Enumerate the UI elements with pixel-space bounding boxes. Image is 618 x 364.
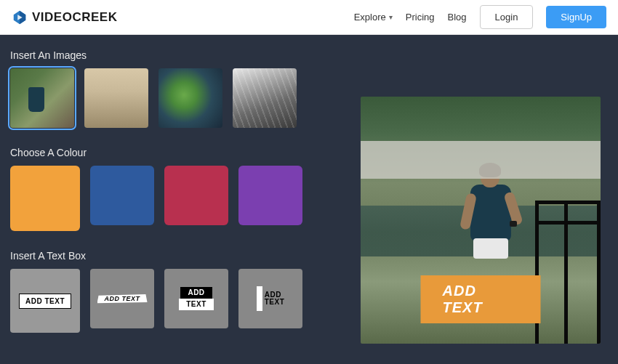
chevron-down-icon: ▾ bbox=[389, 13, 393, 21]
preview-text-overlay[interactable]: ADD TEXT bbox=[421, 275, 541, 323]
image-thumb-4[interactable] bbox=[233, 68, 297, 128]
color-section-title: Choose A Colour bbox=[10, 147, 310, 158]
textbox-thumb-4[interactable]: ADDTEXT bbox=[238, 269, 302, 328]
logo-text: VIDEOCREEK bbox=[32, 10, 117, 25]
preview-railing bbox=[535, 201, 601, 344]
image-thumb-3[interactable] bbox=[158, 68, 222, 128]
textbox-thumb-1[interactable]: ADD TEXT bbox=[10, 269, 80, 333]
image-thumb-2[interactable] bbox=[84, 68, 148, 128]
nav-pricing[interactable]: Pricing bbox=[406, 12, 435, 23]
color-swatch-1[interactable] bbox=[10, 166, 80, 231]
textbox-label: ADD TEXT bbox=[97, 294, 148, 304]
main-area: Insert An Images Choose A Colour Insert … bbox=[0, 35, 618, 364]
signup-button[interactable]: SignUp bbox=[546, 6, 606, 28]
color-swatch-4[interactable] bbox=[238, 166, 302, 225]
app-header: VIDEOCREEK Explore▾ Pricing Blog Login S… bbox=[0, 0, 618, 35]
color-swatch-2[interactable] bbox=[90, 166, 154, 225]
images-section-title: Insert An Images bbox=[10, 49, 310, 61]
login-button[interactable]: Login bbox=[480, 5, 534, 29]
logo[interactable]: VIDEOCREEK bbox=[12, 9, 117, 25]
textbox-thumbnails: ADD TEXT ADD TEXT ADD TEXT ADDTEXT bbox=[10, 269, 310, 333]
image-thumb-1[interactable] bbox=[10, 68, 74, 128]
textbox-section-title: Insert A Text Box bbox=[10, 250, 310, 262]
left-panel: Insert An Images Choose A Colour Insert … bbox=[0, 35, 320, 364]
textbox-thumb-2[interactable]: ADD TEXT bbox=[90, 269, 154, 328]
textbox-label: ADDTEXT bbox=[257, 286, 285, 311]
color-swatches bbox=[10, 166, 310, 231]
logo-icon bbox=[12, 9, 28, 25]
nav-explore[interactable]: Explore▾ bbox=[354, 12, 393, 23]
right-panel: ADD TEXT bbox=[320, 35, 618, 364]
textbox-thumb-3[interactable]: ADD TEXT bbox=[164, 269, 228, 328]
preview-canvas[interactable]: ADD TEXT bbox=[361, 97, 601, 344]
nav-blog[interactable]: Blog bbox=[448, 12, 467, 23]
image-thumbnails bbox=[10, 68, 310, 128]
top-nav: Explore▾ Pricing Blog Login SignUp bbox=[354, 5, 606, 29]
color-swatch-3[interactable] bbox=[164, 166, 228, 225]
textbox-label: ADD TEXT bbox=[179, 287, 214, 310]
textbox-label: ADD TEXT bbox=[19, 294, 71, 309]
